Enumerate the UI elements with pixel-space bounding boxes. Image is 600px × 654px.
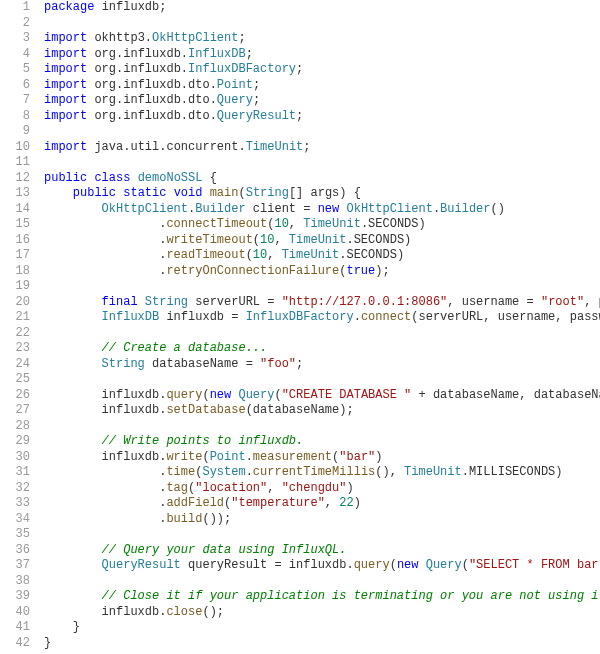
code-line[interactable]: .writeTimeout(10, TimeUnit.SECONDS)	[44, 233, 600, 249]
line-number: 36	[0, 543, 30, 559]
code-line[interactable]: .retryOnConnectionFailure(true);	[44, 264, 600, 280]
line-number: 39	[0, 589, 30, 605]
code-line[interactable]	[44, 527, 600, 543]
line-number: 11	[0, 155, 30, 171]
code-editor: 1234567891011121314151617181920212223242…	[0, 0, 600, 651]
line-number: 18	[0, 264, 30, 280]
code-line[interactable]: .readTimeout(10, TimeUnit.SECONDS)	[44, 248, 600, 264]
code-line[interactable]: // Create a database...	[44, 341, 600, 357]
line-number: 42	[0, 636, 30, 652]
line-number: 19	[0, 279, 30, 295]
code-line[interactable]: public static void main(String[] args) {	[44, 186, 600, 202]
code-line[interactable]: influxdb.close();	[44, 605, 600, 621]
line-number: 6	[0, 78, 30, 94]
code-line[interactable]: package influxdb;	[44, 0, 600, 16]
code-line[interactable]: }	[44, 620, 600, 636]
line-number: 34	[0, 512, 30, 528]
code-line[interactable]: QueryResult queryResult = influxdb.query…	[44, 558, 600, 574]
line-number: 38	[0, 574, 30, 590]
code-line[interactable]	[44, 124, 600, 140]
line-number: 41	[0, 620, 30, 636]
line-number: 14	[0, 202, 30, 218]
line-number: 27	[0, 403, 30, 419]
line-number: 10	[0, 140, 30, 156]
code-line[interactable]: // Write points to influxdb.	[44, 434, 600, 450]
line-number: 4	[0, 47, 30, 63]
code-line[interactable]	[44, 155, 600, 171]
line-number: 31	[0, 465, 30, 481]
line-number: 35	[0, 527, 30, 543]
line-number: 2	[0, 16, 30, 32]
code-line[interactable]: import org.influxdb.InfluxDB;	[44, 47, 600, 63]
code-line[interactable]	[44, 574, 600, 590]
code-line[interactable]	[44, 419, 600, 435]
line-number: 28	[0, 419, 30, 435]
line-number: 26	[0, 388, 30, 404]
code-line[interactable]: public class demoNoSSL {	[44, 171, 600, 187]
code-line[interactable]: import okhttp3.OkHttpClient;	[44, 31, 600, 47]
line-number: 21	[0, 310, 30, 326]
code-line[interactable]: // Close it if your application is termi…	[44, 589, 600, 605]
line-number: 22	[0, 326, 30, 342]
code-line[interactable]	[44, 279, 600, 295]
line-number: 40	[0, 605, 30, 621]
line-number: 9	[0, 124, 30, 140]
code-line[interactable]: String databaseName = "foo";	[44, 357, 600, 373]
line-number-gutter: 1234567891011121314151617181920212223242…	[0, 0, 38, 651]
code-line[interactable]: influxdb.query(new Query("CREATE DATABAS…	[44, 388, 600, 404]
code-line[interactable]: InfluxDB influxdb = InfluxDBFactory.conn…	[44, 310, 600, 326]
line-number: 1	[0, 0, 30, 16]
code-line[interactable]	[44, 326, 600, 342]
line-number: 3	[0, 31, 30, 47]
code-line[interactable]	[44, 372, 600, 388]
code-line[interactable]: .addField("temperature", 22)	[44, 496, 600, 512]
line-number: 16	[0, 233, 30, 249]
code-line[interactable]: influxdb.setDatabase(databaseName);	[44, 403, 600, 419]
line-number: 30	[0, 450, 30, 466]
line-number: 24	[0, 357, 30, 373]
code-line[interactable]: // Query your data using InfluxQL.	[44, 543, 600, 559]
line-number: 17	[0, 248, 30, 264]
code-line[interactable]: import org.influxdb.dto.Query;	[44, 93, 600, 109]
line-number: 37	[0, 558, 30, 574]
code-line[interactable]: final String serverURL = "http://127.0.0…	[44, 295, 600, 311]
code-line[interactable]	[44, 16, 600, 32]
code-line[interactable]: OkHttpClient.Builder client = new OkHttp…	[44, 202, 600, 218]
code-area[interactable]: package influxdb;import okhttp3.OkHttpCl…	[38, 0, 600, 651]
code-line[interactable]: import java.util.concurrent.TimeUnit;	[44, 140, 600, 156]
line-number: 25	[0, 372, 30, 388]
line-number: 33	[0, 496, 30, 512]
code-line[interactable]: .build());	[44, 512, 600, 528]
line-number: 15	[0, 217, 30, 233]
line-number: 12	[0, 171, 30, 187]
code-line[interactable]: }	[44, 636, 600, 652]
line-number: 29	[0, 434, 30, 450]
line-number: 23	[0, 341, 30, 357]
code-line[interactable]: .connectTimeout(10, TimeUnit.SECONDS)	[44, 217, 600, 233]
line-number: 32	[0, 481, 30, 497]
code-line[interactable]: import org.influxdb.dto.Point;	[44, 78, 600, 94]
code-line[interactable]: .time(System.currentTimeMillis(), TimeUn…	[44, 465, 600, 481]
code-line[interactable]: import org.influxdb.dto.QueryResult;	[44, 109, 600, 125]
code-line[interactable]: import org.influxdb.InfluxDBFactory;	[44, 62, 600, 78]
line-number: 13	[0, 186, 30, 202]
line-number: 5	[0, 62, 30, 78]
line-number: 20	[0, 295, 30, 311]
code-line[interactable]: influxdb.write(Point.measurement("bar")	[44, 450, 600, 466]
line-number: 7	[0, 93, 30, 109]
line-number: 8	[0, 109, 30, 125]
code-line[interactable]: .tag("location", "chengdu")	[44, 481, 600, 497]
